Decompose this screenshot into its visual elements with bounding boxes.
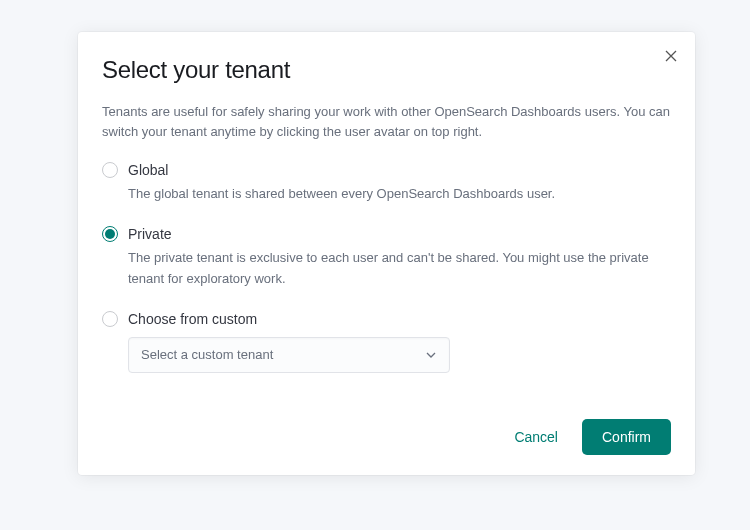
- custom-tenant-select[interactable]: Select a custom tenant: [128, 337, 450, 373]
- option-private: Private The private tenant is exclusive …: [102, 226, 671, 288]
- modal-footer: Cancel Confirm: [102, 419, 671, 455]
- modal-title: Select your tenant: [102, 56, 671, 84]
- radio-custom[interactable]: [102, 311, 118, 327]
- modal-description: Tenants are useful for safely sharing yo…: [102, 102, 671, 142]
- option-global-label: Global: [128, 162, 168, 178]
- radio-private[interactable]: [102, 226, 118, 242]
- option-private-header[interactable]: Private: [102, 226, 671, 242]
- cancel-button[interactable]: Cancel: [504, 421, 568, 453]
- close-icon: [665, 50, 677, 62]
- option-private-label: Private: [128, 226, 172, 242]
- close-button[interactable]: [661, 46, 681, 66]
- option-global: Global The global tenant is shared betwe…: [102, 162, 671, 204]
- confirm-button[interactable]: Confirm: [582, 419, 671, 455]
- custom-tenant-select-value: Select a custom tenant: [141, 347, 273, 362]
- custom-select-wrap: Select a custom tenant: [128, 337, 671, 373]
- radio-global[interactable]: [102, 162, 118, 178]
- chevron-down-icon: [425, 349, 437, 361]
- option-global-header[interactable]: Global: [102, 162, 671, 178]
- option-global-description: The global tenant is shared between ever…: [128, 184, 671, 204]
- option-private-description: The private tenant is exclusive to each …: [128, 248, 671, 288]
- tenant-selection-modal: Select your tenant Tenants are useful fo…: [78, 32, 695, 475]
- option-custom: Choose from custom Select a custom tenan…: [102, 311, 671, 373]
- option-custom-label: Choose from custom: [128, 311, 257, 327]
- option-custom-header[interactable]: Choose from custom: [102, 311, 671, 327]
